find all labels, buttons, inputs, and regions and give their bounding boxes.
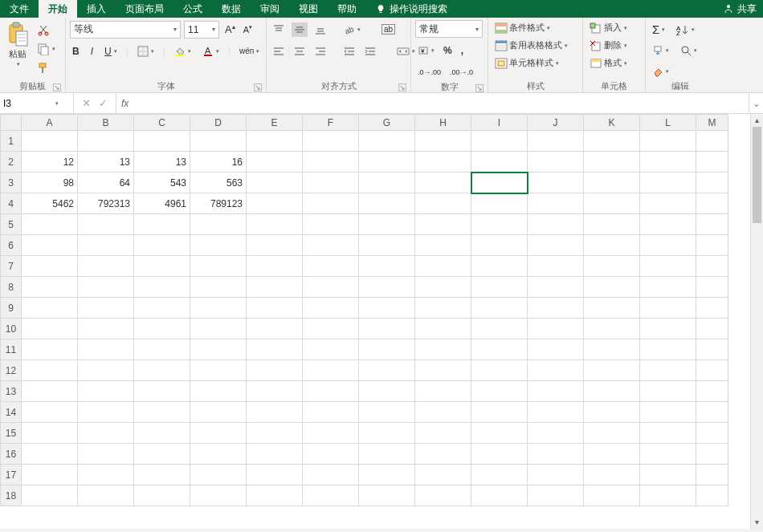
- row-header[interactable]: 6: [1, 235, 22, 256]
- column-header[interactable]: D: [190, 115, 247, 131]
- number-format-select[interactable]: 常规 ▾: [415, 20, 483, 38]
- cell[interactable]: [359, 485, 415, 506]
- cell[interactable]: [359, 465, 415, 485]
- cell[interactable]: [134, 319, 190, 339]
- wrap-text-button[interactable]: ab: [379, 22, 398, 36]
- cell[interactable]: [696, 402, 728, 423]
- cell[interactable]: [22, 423, 78, 444]
- row-header[interactable]: 14: [1, 402, 22, 423]
- dialog-launcher-icon[interactable]: ↘: [398, 83, 406, 91]
- copy-button[interactable]: ▾: [35, 41, 58, 57]
- cell[interactable]: [22, 339, 78, 360]
- cell[interactable]: [528, 485, 584, 506]
- tab-data[interactable]: 数据: [212, 0, 251, 18]
- italic-button[interactable]: I: [88, 44, 96, 59]
- cell[interactable]: [415, 214, 471, 235]
- cell[interactable]: [471, 465, 528, 485]
- cell[interactable]: 13: [134, 152, 190, 173]
- cell[interactable]: 5462: [22, 193, 78, 214]
- cell[interactable]: [78, 485, 134, 506]
- cell[interactable]: [303, 152, 359, 173]
- column-header[interactable]: I: [471, 115, 528, 131]
- cell[interactable]: [303, 131, 359, 152]
- tab-formulas[interactable]: 公式: [173, 0, 212, 18]
- cell[interactable]: [640, 235, 696, 256]
- cell[interactable]: [190, 235, 247, 256]
- cell[interactable]: [528, 173, 584, 193]
- cell[interactable]: [471, 298, 528, 319]
- column-header[interactable]: J: [528, 115, 584, 131]
- cell[interactable]: [303, 277, 359, 298]
- tell-me-search[interactable]: 操作说明搜索: [366, 0, 457, 18]
- cell[interactable]: [247, 339, 303, 360]
- cell[interactable]: [247, 152, 303, 173]
- format-as-table-button[interactable]: 套用表格格式▾: [492, 38, 570, 53]
- insert-cells-button[interactable]: 插入▾: [587, 20, 630, 35]
- cell[interactable]: [359, 214, 415, 235]
- cell[interactable]: [471, 381, 528, 402]
- cell[interactable]: [22, 235, 78, 256]
- row-header[interactable]: 8: [1, 277, 22, 298]
- row-header[interactable]: 1: [1, 131, 22, 152]
- cell[interactable]: 64: [78, 173, 134, 193]
- cell[interactable]: [415, 319, 471, 339]
- cell[interactable]: [134, 214, 190, 235]
- cell[interactable]: [78, 381, 134, 402]
- cell[interactable]: [584, 465, 640, 485]
- cell[interactable]: [359, 339, 415, 360]
- cell[interactable]: [247, 298, 303, 319]
- cancel-formula-button[interactable]: ✕: [82, 97, 91, 109]
- cell[interactable]: [190, 214, 247, 235]
- cell[interactable]: [303, 485, 359, 506]
- cell[interactable]: [415, 131, 471, 152]
- increase-indent-button[interactable]: [362, 44, 378, 59]
- cell[interactable]: [78, 319, 134, 339]
- cell[interactable]: [528, 402, 584, 423]
- sort-filter-button[interactable]: AZ▾: [674, 22, 697, 37]
- cell[interactable]: [303, 381, 359, 402]
- name-box[interactable]: ▾: [0, 93, 74, 113]
- align-top-button[interactable]: [271, 22, 287, 37]
- cell[interactable]: [303, 360, 359, 381]
- cell[interactable]: [190, 131, 247, 152]
- cell[interactable]: [22, 381, 78, 402]
- cell[interactable]: [640, 214, 696, 235]
- cell[interactable]: [78, 423, 134, 444]
- cell[interactable]: 16: [190, 152, 247, 173]
- cell[interactable]: [471, 444, 528, 465]
- cell[interactable]: [190, 360, 247, 381]
- cell[interactable]: [359, 235, 415, 256]
- align-middle-button[interactable]: [292, 22, 308, 37]
- cell[interactable]: 12: [22, 152, 78, 173]
- tab-page-layout[interactable]: 页面布局: [116, 0, 173, 18]
- decrease-decimal-button[interactable]: .00→.0: [447, 67, 475, 78]
- cell[interactable]: [640, 360, 696, 381]
- underline-button[interactable]: U▾: [102, 44, 120, 59]
- tab-help[interactable]: 帮助: [328, 0, 366, 18]
- cell[interactable]: [22, 277, 78, 298]
- cell[interactable]: [22, 256, 78, 277]
- cell[interactable]: [134, 465, 190, 485]
- cell[interactable]: [22, 402, 78, 423]
- cell[interactable]: [359, 444, 415, 465]
- cell[interactable]: 563: [190, 173, 247, 193]
- cut-button[interactable]: [35, 22, 58, 38]
- cell[interactable]: [696, 485, 728, 506]
- cell[interactable]: [134, 235, 190, 256]
- column-header[interactable]: G: [359, 115, 415, 131]
- cell[interactable]: [640, 152, 696, 173]
- scrollbar-thumb[interactable]: [753, 127, 761, 223]
- find-select-button[interactable]: ▾: [678, 43, 700, 58]
- cell[interactable]: [471, 319, 528, 339]
- tab-insert[interactable]: 插入: [77, 0, 116, 18]
- cell[interactable]: [584, 173, 640, 193]
- cell[interactable]: [696, 423, 728, 444]
- cell[interactable]: [78, 277, 134, 298]
- tab-home[interactable]: 开始: [39, 0, 77, 18]
- cell[interactable]: [584, 235, 640, 256]
- cell[interactable]: [528, 319, 584, 339]
- cell[interactable]: [696, 360, 728, 381]
- cell[interactable]: [640, 381, 696, 402]
- cell[interactable]: [78, 298, 134, 319]
- cell[interactable]: [134, 298, 190, 319]
